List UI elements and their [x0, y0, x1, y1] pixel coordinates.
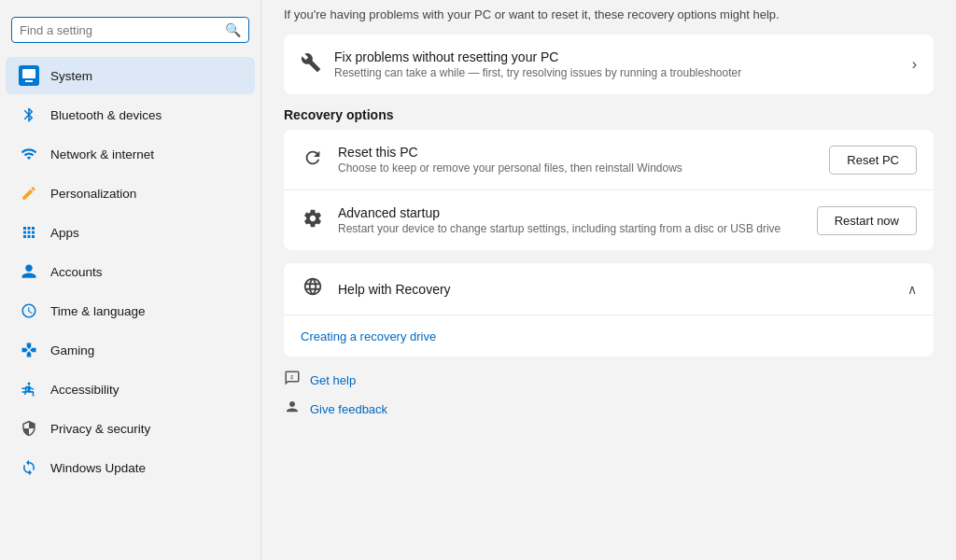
fix-problems-desc: Resetting can take a while — first, try …	[334, 66, 741, 79]
footer-links: Get help Give feedback	[284, 370, 934, 420]
sidebar-item-network[interactable]: Network & internet	[6, 135, 255, 173]
sidebar-item-time[interactable]: Time & language	[6, 292, 255, 329]
accessibility-icon	[19, 379, 39, 399]
recovery-section-title: Recovery options	[284, 107, 934, 122]
reset-pc-text: Reset this PC Choose to keep or remove y…	[338, 145, 682, 175]
sidebar-item-apps[interactable]: Apps	[6, 214, 255, 251]
bluetooth-icon	[19, 105, 39, 125]
sidebar-item-windowsupdate-label: Windows Update	[50, 461, 146, 475]
sidebar-item-accessibility-label: Accessibility	[50, 383, 120, 397]
give-feedback-icon	[284, 399, 301, 420]
gaming-icon	[19, 340, 39, 360]
recovery-options-card: Reset this PC Choose to keep or remove y…	[284, 130, 934, 250]
personalization-icon	[19, 183, 39, 203]
help-recovery-title: Help with Recovery	[338, 282, 451, 297]
advanced-startup-left: Advanced startup Restart your device to …	[301, 205, 780, 235]
fix-problems-left: Fix problems without resetting your PC R…	[301, 49, 741, 79]
reset-pc-left: Reset this PC Choose to keep or remove y…	[301, 145, 682, 175]
help-recovery-card: Help with Recovery ∧ Creating a recovery…	[284, 263, 934, 357]
sidebar-item-bluetooth[interactable]: Bluetooth & devices	[6, 96, 255, 133]
intro-text: If you're having problems with your PC o…	[284, 0, 934, 21]
main-content: If you're having problems with your PC o…	[261, 0, 956, 560]
advanced-startup-text: Advanced startup Restart your device to …	[338, 205, 780, 235]
sidebar-item-system[interactable]: System	[6, 57, 255, 94]
reset-pc-title: Reset this PC	[338, 145, 682, 160]
reset-icon	[301, 147, 325, 173]
fix-problems-text: Fix problems without resetting your PC R…	[334, 49, 741, 79]
advanced-startup-item: Advanced startup Restart your device to …	[284, 190, 934, 250]
sidebar: 🔍 System Bluetooth & devices Network & i…	[0, 0, 261, 560]
search-input[interactable]	[20, 23, 219, 37]
recovery-drive-link[interactable]: Creating a recovery drive	[301, 329, 436, 343]
give-feedback-item[interactable]: Give feedback	[284, 399, 934, 420]
get-help-item[interactable]: Get help	[284, 370, 934, 391]
reset-pc-button[interactable]: Reset PC	[829, 146, 917, 175]
fix-problems-card: Fix problems without resetting your PC R…	[284, 35, 934, 94]
help-recovery-left: Help with Recovery	[301, 276, 451, 301]
chevron-up-icon: ∧	[907, 282, 917, 297]
network-icon	[19, 144, 39, 164]
apps-icon	[19, 222, 39, 243]
sidebar-item-system-label: System	[50, 69, 92, 83]
reset-pc-item: Reset this PC Choose to keep or remove y…	[284, 130, 934, 190]
sidebar-item-accounts[interactable]: Accounts	[6, 253, 255, 290]
sidebar-item-personalization[interactable]: Personalization	[6, 175, 255, 212]
privacy-icon	[19, 418, 39, 439]
fix-problems-item[interactable]: Fix problems without resetting your PC R…	[284, 35, 934, 94]
svg-rect-0	[22, 69, 35, 78]
sidebar-item-personalization-label: Personalization	[50, 187, 136, 201]
sidebar-item-accessibility[interactable]: Accessibility	[6, 371, 255, 408]
windowsupdate-icon	[19, 457, 39, 478]
svg-point-2	[28, 383, 31, 385]
get-help-link[interactable]: Get help	[310, 373, 356, 387]
sidebar-item-privacy[interactable]: Privacy & security	[6, 410, 255, 447]
svg-point-3	[291, 378, 293, 380]
wrench-icon	[301, 52, 321, 77]
sidebar-item-gaming[interactable]: Gaming	[6, 331, 255, 369]
give-feedback-link[interactable]: Give feedback	[310, 402, 387, 416]
sidebar-item-gaming-label: Gaming	[50, 343, 94, 357]
help-recovery-content: Creating a recovery drive	[284, 315, 934, 357]
svg-rect-1	[25, 80, 33, 82]
sidebar-item-apps-label: Apps	[50, 226, 79, 240]
sidebar-item-privacy-label: Privacy & security	[50, 422, 150, 436]
globe-icon	[301, 276, 325, 301]
chevron-right-icon: ›	[912, 56, 917, 73]
sidebar-item-accounts-label: Accounts	[50, 265, 103, 279]
get-help-icon	[284, 370, 301, 391]
help-recovery-header[interactable]: Help with Recovery ∧	[284, 263, 934, 315]
sidebar-item-time-label: Time & language	[50, 304, 146, 318]
time-icon	[19, 301, 39, 321]
fix-problems-title: Fix problems without resetting your PC	[334, 49, 741, 64]
sidebar-item-bluetooth-label: Bluetooth & devices	[50, 108, 162, 122]
system-icon	[19, 65, 39, 86]
search-bar[interactable]: 🔍	[11, 17, 249, 43]
sidebar-item-windowsupdate[interactable]: Windows Update	[6, 449, 255, 486]
advanced-startup-desc: Restart your device to change startup se…	[338, 222, 780, 235]
search-icon: 🔍	[225, 22, 241, 37]
advanced-startup-icon	[301, 208, 325, 233]
sidebar-item-network-label: Network & internet	[50, 147, 154, 161]
restart-now-button[interactable]: Restart now	[817, 206, 917, 235]
advanced-startup-title: Advanced startup	[338, 205, 780, 220]
reset-pc-desc: Choose to keep or remove your personal f…	[338, 161, 682, 175]
accounts-icon	[19, 261, 39, 282]
